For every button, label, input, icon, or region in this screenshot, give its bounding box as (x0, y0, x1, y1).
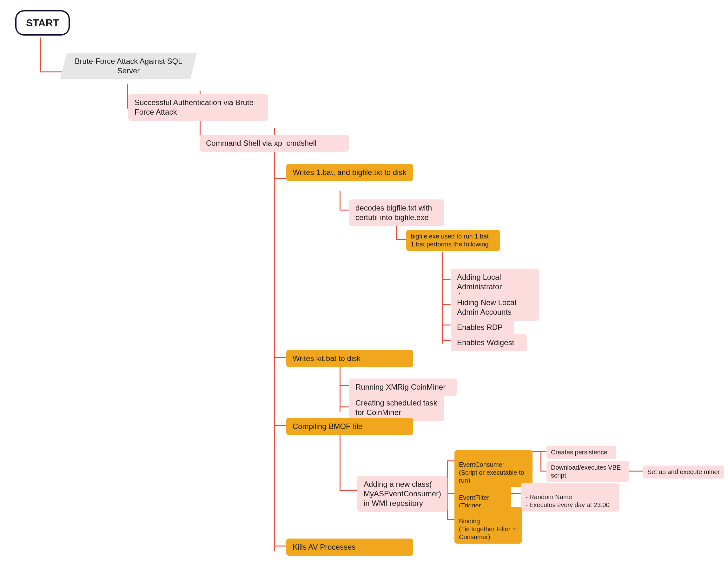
start-label: START (26, 17, 59, 29)
persistence-node: Creates persistence (546, 446, 616, 459)
kill-av-node: Kills AV Processes (286, 539, 413, 556)
kill-av-label: Kills AV Processes (293, 543, 355, 551)
start-node: START (15, 10, 70, 36)
cmdshell-label: Command Shell via xp_cmdshell (206, 139, 316, 147)
miner-label: Set up and execute miner (647, 468, 720, 475)
decode-label: decodes bigfile.txt with certutil into b… (355, 203, 432, 222)
writes-kit-node: Writes kit.bat to disk (286, 350, 413, 367)
bmof-node: Compiling BMOF file (286, 418, 413, 435)
vbe-label: Download/executes VBE script (551, 464, 621, 479)
writes-1bat-node: Writes 1.bat, and bigfile.txt to disk (286, 164, 413, 181)
auth-success-label: Successful Authentication via Brute Forc… (135, 98, 254, 116)
bigfile-run-label: bigfile.exe used to run 1.bat 1.bat perf… (411, 233, 489, 248)
xmrig-label: Running XMRig CoinMiner (355, 383, 446, 391)
vbe-node: Download/executes VBE script (546, 461, 629, 482)
rdp-node: Enables RDP (451, 319, 514, 336)
wdigest-node: Enables Wdigest (451, 334, 527, 351)
event-consumer-node: EventConsumer (Script or executable to r… (454, 450, 533, 487)
xmrig-node: Running XMRig CoinMiner (349, 379, 457, 396)
schtask-label: Creating scheduled task for CoinMiner (355, 399, 437, 417)
bmof-label: Compiling BMOF file (293, 422, 362, 431)
hide-admin-label: Hiding New Local Admin Accounts (457, 298, 516, 316)
brute-force-node: Brute-Force Attack Against SQL Server (60, 53, 197, 79)
wmi-class-label: Adding a new class( MyASEventConsumer) i… (364, 480, 441, 507)
schtask-node: Creating scheduled task for CoinMiner (349, 394, 444, 421)
filter-detail-label: - Random Name - Executes every day at 23… (526, 493, 610, 508)
binding-label: Binding (Tie together Filter + Consumer) (459, 518, 516, 540)
wmi-class-node: Adding a new class( MyASEventConsumer) i… (357, 476, 447, 512)
filter-detail-node: - Random Name - Executes every day at 23… (521, 483, 619, 512)
writes-kit-label: Writes kit.bat to disk (293, 354, 361, 363)
writes-1bat-label: Writes 1.bat, and bigfile.txt to disk (293, 168, 406, 176)
persistence-label: Creates persistence (551, 449, 607, 456)
hide-admin-node: Hiding New Local Admin Accounts (451, 294, 539, 321)
decode-node: decodes bigfile.txt with certutil into b… (349, 199, 444, 226)
binding-node: Binding (Tie together Filter + Consumer) (454, 507, 522, 544)
bigfile-run-node: bigfile.exe used to run 1.bat 1.bat perf… (406, 230, 500, 251)
miner-node: Set up and execute miner (643, 466, 724, 479)
rdp-label: Enables RDP (457, 323, 503, 332)
wdigest-label: Enables Wdigest (457, 338, 514, 347)
cmdshell-node: Command Shell via xp_cmdshell (200, 135, 349, 152)
event-consumer-label: EventConsumer (Script or executable to r… (459, 461, 524, 484)
brute-force-label: Brute-Force Attack Against SQL Server (70, 56, 187, 76)
auth-success-node: Successful Authentication via Brute Forc… (128, 94, 268, 121)
